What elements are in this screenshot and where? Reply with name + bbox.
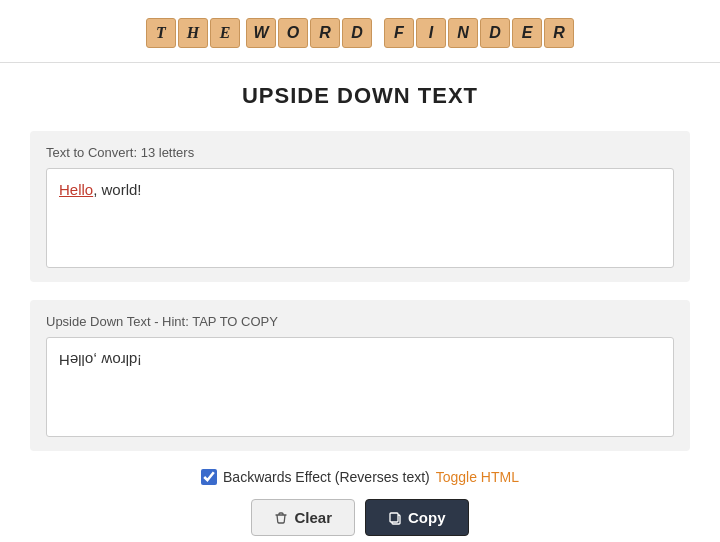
controls-section: Backwards Effect (Reverses text) Toggle … [30, 469, 690, 542]
clear-icon [274, 511, 288, 525]
logo-word-finder: W O R D F I N D E R [246, 18, 574, 48]
clear-button[interactable]: Clear [251, 499, 355, 536]
button-row: Clear Copy [30, 499, 690, 536]
logo-tile-t: T [146, 18, 176, 48]
logo-tile-o: O [278, 18, 308, 48]
input-text-box[interactable]: Hello, world! [46, 168, 674, 268]
page-title: UPSIDE DOWN TEXT [30, 83, 690, 109]
logo-tile-i: I [416, 18, 446, 48]
logo-tile-d: D [342, 18, 372, 48]
logo-tile-w: W [246, 18, 276, 48]
logo-tile-r2: R [544, 18, 574, 48]
rest-text: , world! [93, 181, 141, 198]
output-text-box[interactable]: Hello, world! [46, 337, 674, 437]
copy-icon [388, 511, 402, 525]
input-panel: Text to Convert: 13 letters Hello, world… [30, 131, 690, 282]
input-panel-label: Text to Convert: 13 letters [46, 145, 674, 160]
backwards-effect-checkbox[interactable] [201, 469, 217, 485]
logo-tile-e2: E [512, 18, 542, 48]
toggle-html-link[interactable]: Toggle HTML [436, 469, 519, 485]
logo-tile-h: H [178, 18, 208, 48]
output-panel: Upside Down Text - Hint: TAP TO COPY Hel… [30, 300, 690, 451]
svg-rect-1 [390, 513, 398, 522]
logo-tile-r: R [310, 18, 340, 48]
site-logo[interactable]: T H E W O R D F I N D E R [146, 18, 574, 48]
logo-tile-f: F [384, 18, 414, 48]
hello-text: Hello [59, 181, 93, 198]
logo-tile-d2: D [480, 18, 510, 48]
logo-tile-n: N [448, 18, 478, 48]
site-header: T H E W O R D F I N D E R [0, 0, 720, 63]
clear-label: Clear [294, 509, 332, 526]
checkbox-row: Backwards Effect (Reverses text) Toggle … [30, 469, 690, 485]
output-panel-label: Upside Down Text - Hint: TAP TO COPY [46, 314, 674, 329]
upside-down-output: Hello, world! [59, 348, 142, 371]
main-content: UPSIDE DOWN TEXT Text to Convert: 13 let… [30, 63, 690, 542]
logo-tile-e: E [210, 18, 240, 48]
copy-button[interactable]: Copy [365, 499, 469, 536]
copy-label: Copy [408, 509, 446, 526]
backwards-effect-label: Backwards Effect (Reverses text) [223, 469, 430, 485]
